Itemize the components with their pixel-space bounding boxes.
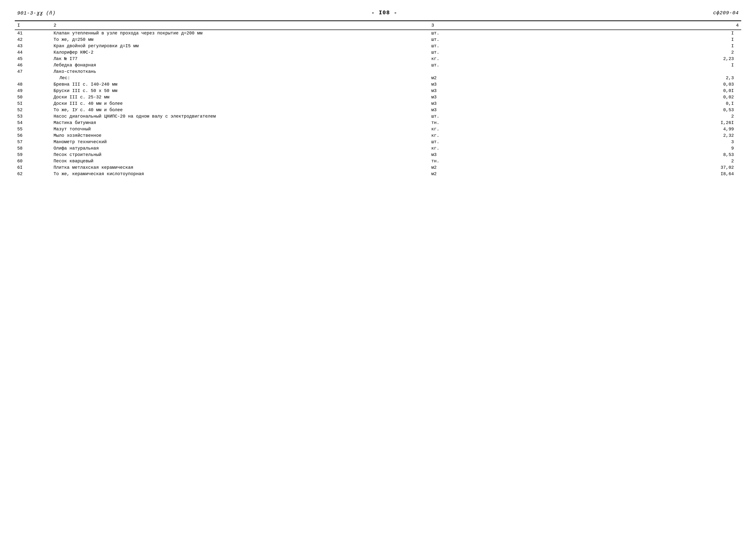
row-description: Кран двойной регулировки д=I5 мм bbox=[51, 43, 429, 49]
row-description: То же, д=250 мм bbox=[51, 36, 429, 43]
row-unit: м3 bbox=[429, 81, 559, 88]
table-row: 45Лак № I77кг.2,23 bbox=[15, 55, 741, 62]
row-quantity: I8,64 bbox=[559, 171, 741, 177]
table-row: 59Песок строительныйм38,53 bbox=[15, 151, 741, 158]
row-description: Мастика битумная bbox=[51, 120, 429, 126]
row-id: 44 bbox=[15, 49, 51, 55]
row-quantity: I,26I bbox=[559, 120, 741, 126]
row-id: 48 bbox=[15, 81, 51, 88]
row-description: Насос диагональный ЦНИПС-20 на одном вал… bbox=[51, 113, 429, 120]
row-description: Доски III с. 25-32 мм bbox=[51, 94, 429, 100]
row-quantity: 9 bbox=[559, 145, 741, 151]
table-row: 44Калорифер КФС-2шт.2 bbox=[15, 49, 741, 55]
main-table: I 2 3 4 41Клапан утепленный в узле прохо… bbox=[15, 20, 741, 177]
col-header-3: 3 bbox=[429, 21, 559, 30]
row-quantity: 4,99 bbox=[559, 126, 741, 132]
row-description: Плитка метлахская керамическая bbox=[51, 164, 429, 171]
row-quantity: 2,32 bbox=[559, 132, 741, 139]
row-description: То же, IУ с. 40 мм и более bbox=[51, 107, 429, 113]
row-description: Лако-стеклоткань bbox=[51, 68, 429, 75]
row-description-line2: Лес: bbox=[51, 75, 429, 81]
row-quantity: 8,53 bbox=[559, 151, 741, 158]
row-id: 58 bbox=[15, 145, 51, 151]
row-description: Песок кварцевый bbox=[51, 158, 429, 164]
table-row: 53Насос диагональный ЦНИПС-20 на одном в… bbox=[15, 113, 741, 120]
row-unit: шт. bbox=[429, 139, 559, 145]
row-id: 45 bbox=[15, 55, 51, 62]
table-row: 41Клапан утепленный в узле прохода через… bbox=[15, 30, 741, 36]
row-quantity: 0,53 bbox=[559, 107, 741, 113]
col-header-4: 4 bbox=[559, 21, 741, 30]
row-description: Калорифер КФС-2 bbox=[51, 49, 429, 55]
row-description: Песок строительный bbox=[51, 151, 429, 158]
row-description: Клапан утепленный в узле прохода через п… bbox=[51, 30, 429, 36]
row-unit: кг. bbox=[429, 132, 559, 139]
row-unit: м3 bbox=[429, 107, 559, 113]
row-quantity: 0,03 bbox=[559, 81, 741, 88]
row-unit: м2 bbox=[429, 164, 559, 171]
row-id: 43 bbox=[15, 43, 51, 49]
row-unit: м3 bbox=[429, 100, 559, 107]
row-description: Бруски III с. 50 х 50 мм bbox=[51, 88, 429, 94]
table-container: I 2 3 4 41Клапан утепленный в узле прохо… bbox=[15, 20, 741, 177]
row-unit: шт. bbox=[429, 49, 559, 55]
row-unit: шт. bbox=[429, 62, 559, 68]
row-id: 46 bbox=[15, 62, 51, 68]
row-description: Мазут топочный bbox=[51, 126, 429, 132]
row-quantity: 2 bbox=[559, 158, 741, 164]
table-row: 6IПлитка метлахская керамическаям237,02 bbox=[15, 164, 741, 171]
table-row: 57Манометр техническийшт.3 bbox=[15, 139, 741, 145]
table-row: 55Мазут топочныйкг.4,99 bbox=[15, 126, 741, 132]
row-id: 47 bbox=[15, 68, 51, 81]
row-quantity: I bbox=[559, 43, 741, 49]
table-row: 49Бруски III с. 50 х 50 ммм30,0I bbox=[15, 88, 741, 94]
row-quantity: 0,I bbox=[559, 100, 741, 107]
row-id: 5I bbox=[15, 100, 51, 107]
row-unit: кг. bbox=[429, 145, 559, 151]
row-description: То же, керамическая кислотоупорная bbox=[51, 171, 429, 177]
row-unit: тн. bbox=[429, 120, 559, 126]
row-quantity: I bbox=[559, 62, 741, 68]
table-row: 50Доски III с. 25-32 ммм30,02 bbox=[15, 94, 741, 100]
row-unit: шт. bbox=[429, 36, 559, 43]
row-id: 53 bbox=[15, 113, 51, 120]
row-unit: шт. bbox=[429, 43, 559, 49]
row-quantity: 2 bbox=[559, 113, 741, 120]
table-row: 56Мыло хозяйственноекг.2,32 bbox=[15, 132, 741, 139]
row-id: 56 bbox=[15, 132, 51, 139]
row-quantity: 2,3 bbox=[559, 68, 741, 81]
row-description: Манометр технический bbox=[51, 139, 429, 145]
table-row: 47Лако-стеклотканьм22,3 bbox=[15, 68, 741, 75]
table-row: 62То же, керамическая кислотоупорнаям2I8… bbox=[15, 171, 741, 177]
row-quantity: 3 bbox=[559, 139, 741, 145]
page-header: 901-3-ɣɣ (ñ) - I08 - сф209-04 bbox=[15, 10, 741, 16]
header-center: - I08 - bbox=[371, 10, 397, 16]
row-id: 54 bbox=[15, 120, 51, 126]
row-id: 50 bbox=[15, 94, 51, 100]
row-unit: тн. bbox=[429, 158, 559, 164]
row-id: 6I bbox=[15, 164, 51, 171]
table-row: 43Кран двойной регулировки д=I5 ммшт.I bbox=[15, 43, 741, 49]
row-unit: кг. bbox=[429, 55, 559, 62]
row-id: 42 bbox=[15, 36, 51, 43]
row-id: 59 bbox=[15, 151, 51, 158]
row-id: 49 bbox=[15, 88, 51, 94]
row-unit: м2 bbox=[429, 171, 559, 177]
table-row: 52То же, IУ с. 40 мм и болеем30,53 bbox=[15, 107, 741, 113]
row-id: 57 bbox=[15, 139, 51, 145]
row-unit: м2 bbox=[429, 68, 559, 81]
table-row: 60Песок кварцевыйтн.2 bbox=[15, 158, 741, 164]
row-id: 52 bbox=[15, 107, 51, 113]
row-quantity: 2,23 bbox=[559, 55, 741, 62]
header-left: 901-3-ɣɣ (ñ) bbox=[17, 10, 56, 16]
row-id: 55 bbox=[15, 126, 51, 132]
table-row: 42То же, д=250 ммшт.I bbox=[15, 36, 741, 43]
row-unit: кг. bbox=[429, 126, 559, 132]
row-description: Лебедка фонарная bbox=[51, 62, 429, 68]
table-header-row: I 2 3 4 bbox=[15, 21, 741, 30]
row-quantity: 2 bbox=[559, 49, 741, 55]
col-header-1: I bbox=[15, 21, 51, 30]
row-unit: шт. bbox=[429, 30, 559, 36]
row-description: Лак № I77 bbox=[51, 55, 429, 62]
row-id: 62 bbox=[15, 171, 51, 177]
